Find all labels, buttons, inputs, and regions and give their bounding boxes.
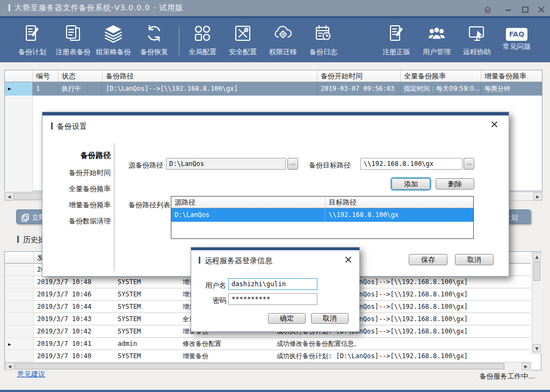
plan-cell-status[interactable]: 执行中 [59,82,103,96]
scroll-left-arrow[interactable]: ◀ [5,362,14,370]
source-path-input[interactable] [166,158,286,170]
toolbar-button-permission-migrate[interactable]: 权限迁移 [260,23,306,57]
history-cell-msg[interactable]: 成功执行备份计划: [D:\LanQos]-->[\\192.168.8.100… [273,350,531,362]
history-vscroll-thumb[interactable] [533,262,540,281]
plan-header-start[interactable]: 备份开始时间 [317,70,401,82]
history-hscroll-thumb[interactable] [15,363,504,369]
toolbar-button-backup-plan[interactable]: 备份计划 [10,23,55,57]
path-list-header-target[interactable]: 目标路径 [325,197,473,208]
history-cell-time[interactable]: 2019/3/7 10:48 [34,276,114,288]
nav-item-full-freq[interactable]: 全量备份频率 [69,184,111,194]
history-cell-time[interactable]: 2019/3/7 10:40 [34,350,114,362]
history-cell-op[interactable]: 增量备份 [179,350,273,362]
toolbar-button-registry-backup[interactable]: 注册表备份 [50,23,96,57]
plan-cell-start[interactable]: 2019-03-07 09:56:03 [317,82,401,96]
row-selector-icon: ▶ [8,86,11,91]
plan-header-fullfreq[interactable]: 全量备份频率 [401,70,481,82]
history-cell-user[interactable]: SYSTEM [114,313,179,325]
history-vscrollbar[interactable]: ▲ ▼ [532,252,541,354]
source-browse-button[interactable]: ... [287,158,298,170]
ok-button[interactable]: 确定 [268,313,306,324]
cancel-button[interactable]: 取消 [455,254,494,265]
history-cell-msg[interactable]: 成功修改备份备份配置信息。 [273,338,531,350]
login-dialog-close-button[interactable] [343,254,353,264]
nav-item-start-time[interactable]: 备份开始时间 [69,168,111,178]
toolbar-button-group-policy-backup[interactable]: 组策略备份 [91,23,136,57]
plan-cell-fullfreq[interactable]: 指定时间：每天09:59:0... [401,82,481,96]
row-selector-icon: ▶ [8,342,11,347]
title-bar-mark [9,4,10,11]
history-cell-user[interactable]: SYSTEM [114,350,179,362]
target-browse-button[interactable]: ... [464,158,474,170]
remote-login-dialog: 远程服务器登录信息 用户名 密码 确定 取消 [191,247,360,332]
plan-cell-id[interactable]: 1 [33,82,59,96]
close-button[interactable] [536,4,547,13]
toolbar-button-security-config[interactable]: 安全配置 [220,23,265,57]
backup-restore-icon [132,23,177,46]
nav-item-backup-path[interactable]: 备份路径 [81,151,111,161]
toolbar-button-global-config[interactable]: 全局配置 [180,23,225,57]
history-cell-time[interactable]: 2019/3/7 10:41 [34,338,114,350]
main-toolbar: 备份计划 注册表备份 组策略备份 备份恢复 全局配置 安全配置 权限迁移 [0,16,550,62]
scroll-up-arrow[interactable]: ▲ [533,252,541,260]
feedback-link[interactable]: 意见建议 [17,369,45,379]
username-input[interactable] [228,278,317,290]
toolbar-button-user-manage[interactable]: 用户管理 [414,23,459,57]
toolbar-button-remote-assist[interactable]: 远程协助 [454,23,500,57]
history-selector-cell[interactable]: ▶ [5,338,34,350]
toolbar-button-backup-restore[interactable]: 备份恢复 [132,23,177,57]
nav-item-inc-freq[interactable]: 增量备份频率 [69,200,111,210]
plan-cell-path[interactable]: [D:\LanQos]-->[\\192.168.8.100\gx] [103,82,317,96]
history-selector-cell [5,313,34,325]
row-selector-cell[interactable]: ▶ [5,82,33,96]
toolbar-button-register-genuine[interactable]: 注册正版 [374,23,419,57]
dialog-title-bar-mark [51,122,53,129]
path-list-table: 源路径 目标路径 D:\LanQos \\192.168.8.100\gx [171,196,474,239]
plan-header-path[interactable]: 备份路径 [103,70,317,82]
history-cell-user[interactable]: SYSTEM [114,301,179,313]
plan-header-id[interactable]: 编号 [33,70,59,82]
source-path-label: 源备份路径 [128,161,163,170]
login-cancel-button[interactable]: 取消 [311,313,349,324]
nav-item-data-clean[interactable]: 备份数据清理 [69,216,111,226]
path-list-cell-target[interactable]: \\192.168.8.100\gx [325,208,473,222]
path-list-cell-source[interactable]: D:\LanQos [171,208,325,222]
save-button[interactable]: 保存 [409,254,447,265]
plan-header-status[interactable]: 状态 [59,70,103,82]
toolbar-button-backup-log[interactable]: 备份日志 [301,23,346,57]
scroll-right-arrow[interactable]: ▶ [533,192,542,200]
plan-header-incfreq[interactable]: 增量备份频率 [481,70,542,82]
history-cell-user[interactable]: SYSTEM [114,276,179,288]
title-bar: 大势至服务器文件备份系统-V3.0.0.0 - 试用版 [0,0,550,16]
minimize-button[interactable] [503,4,513,13]
user-manage-icon [414,23,459,46]
target-path-label: 备份目标路径 [309,161,351,170]
home-button[interactable] [482,4,493,13]
toolbar-label: 注册正版 [374,47,419,57]
toolbar-button-faq[interactable]: FAQ 常见问题 [494,23,539,52]
plan-cell-incfreq[interactable]: 每两分钟 [481,82,542,96]
scroll-left-icon: ◀ [8,194,11,199]
history-cell-time[interactable]: 2019/3/7 10:44 [34,301,114,313]
history-cell-time[interactable]: 2019/3/7 10:42 [34,325,114,338]
history-selector-cell [5,350,34,362]
add-button[interactable]: 添加 [392,178,430,190]
history-cell-time[interactable]: 2019/3/7 10:46 [34,288,114,301]
history-cell-user[interactable]: SYSTEM [114,288,179,301]
dialog-close-button[interactable] [489,119,499,128]
scroll-right-arrow[interactable]: ▶ [522,362,530,370]
history-cell-user[interactable]: admin [114,338,179,350]
history-hscrollbar[interactable]: ◀ ▶ [5,362,531,371]
copy-icon [21,213,30,221]
history-cell-time[interactable]: 2019/3/7 10:43 [34,313,114,325]
target-path-input[interactable] [360,158,462,170]
delete-button[interactable]: 删除 [436,178,474,190]
maximize-button[interactable] [520,4,531,13]
permission-migrate-icon [260,23,306,46]
path-list-header-source[interactable]: 源路径 [171,197,325,208]
history-cell-user[interactable]: SYSTEM [114,325,179,338]
history-cell-op[interactable]: 修改备份配置 [179,338,273,350]
scroll-left-arrow[interactable]: ◀ [5,192,13,200]
password-input[interactable] [228,293,317,305]
scroll-down-arrow[interactable]: ▼ [533,344,541,352]
